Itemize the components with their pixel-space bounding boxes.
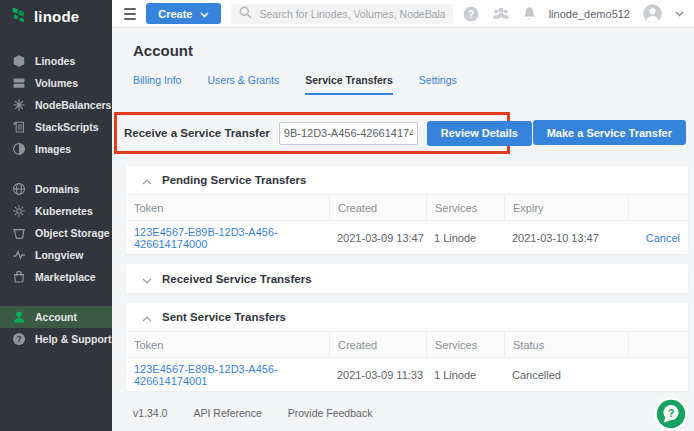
search-box[interactable] <box>231 4 452 24</box>
sidebar-item-kubernetes[interactable]: Kubernetes <box>0 200 112 222</box>
bag-icon <box>12 270 26 284</box>
tab-settings[interactable]: Settings <box>419 74 457 95</box>
review-details-button[interactable]: Review Details <box>427 121 532 146</box>
transfer-token-link[interactable]: 123E4567-E89B-12D3-A456-426614174000 <box>134 226 278 250</box>
help-circle-icon[interactable]: ? <box>463 6 479 22</box>
tab-users-grants[interactable]: Users & Grants <box>207 74 279 95</box>
sidebar-item-marketplace[interactable]: Marketplace <box>0 266 112 288</box>
chevron-up-icon <box>142 171 152 189</box>
services-cell: 1 Linode <box>426 369 504 381</box>
chevron-down-icon <box>200 8 209 20</box>
search-icon <box>239 5 252 23</box>
section-title: Sent Service Transfers <box>162 311 286 323</box>
cube-icon <box>12 54 26 68</box>
svg-text:?: ? <box>668 407 675 419</box>
created-cell: 2021-03-09 13:47 <box>329 232 426 244</box>
sidebar-item-stackscripts[interactable]: StackScripts <box>0 116 112 138</box>
volumes-icon <box>12 76 26 90</box>
tab-billing-info[interactable]: Billing Info <box>133 74 181 95</box>
section-title: Received Service Transfers <box>162 273 312 285</box>
transfer-token-link[interactable]: 123E4567-E89B-12D3-A456-426614174001 <box>134 363 278 387</box>
linode-logo[interactable]: linode <box>0 0 112 32</box>
images-icon <box>12 142 26 156</box>
receive-transfer-highlight-box: Receive a Service Transfer Review Detail… <box>114 112 510 154</box>
help-icon: ? <box>12 332 26 346</box>
bell-icon[interactable] <box>523 6 536 21</box>
api-reference-link[interactable]: API Reference <box>193 407 261 419</box>
sidebar-nav: Linodes Volumes NodeBalancers StackScrip… <box>0 50 112 350</box>
receive-transfer-label: Receive a Service Transfer <box>124 127 270 139</box>
community-icon[interactable] <box>492 7 510 20</box>
table-row: 123E4567-E89B-12D3-A456-426614174001 202… <box>126 358 688 391</box>
column-header-services: Services <box>426 332 504 358</box>
sidebar-item-label: Images <box>35 143 71 155</box>
person-icon <box>12 310 26 324</box>
column-header-services: Services <box>426 195 504 221</box>
username[interactable]: linode_demo512 <box>549 8 630 20</box>
bucket-icon <box>12 226 26 240</box>
sidebar-item-label: Volumes <box>35 77 78 89</box>
column-header-status: Status <box>504 332 628 358</box>
menu-icon[interactable] <box>124 8 136 20</box>
pending-transfers-header[interactable]: Pending Service Transfers <box>126 166 688 195</box>
sidebar-item-label: Object Storage <box>35 227 110 239</box>
pulse-icon <box>12 248 26 262</box>
sidebar-item-label: Domains <box>35 183 79 195</box>
footer: v1.34.0 API Reference Provide Feedback <box>133 407 688 419</box>
column-header-token: Token <box>134 195 329 221</box>
create-button[interactable]: Create <box>146 3 221 24</box>
svg-text:?: ? <box>16 334 21 344</box>
page-title: Account <box>133 42 688 59</box>
sidebar-item-volumes[interactable]: Volumes <box>0 72 112 94</box>
sidebar-item-help-support[interactable]: ? Help & Support <box>0 328 112 350</box>
pending-table-header: Token Created Services Expiry <box>126 195 688 221</box>
create-button-label: Create <box>158 8 192 20</box>
sidebar: linode Linodes Volumes NodeBalancers Sta… <box>0 0 112 431</box>
sidebar-item-images[interactable]: Images <box>0 138 112 160</box>
chevron-down-icon[interactable] <box>675 11 684 17</box>
sent-transfers-panel: Sent Service Transfers Token Created Ser… <box>126 303 688 391</box>
topbar: Create ? linode_demo512 <box>112 0 694 28</box>
column-header-created: Created <box>329 195 426 221</box>
chevron-down-icon <box>142 270 152 288</box>
avatar[interactable] <box>643 4 662 23</box>
nodebalancer-icon <box>12 98 26 112</box>
kubernetes-icon <box>12 204 26 218</box>
stackscripts-icon <box>12 120 26 134</box>
column-header-created: Created <box>329 332 426 358</box>
created-cell: 2021-03-09 11:33 <box>329 369 426 381</box>
account-page: Account Billing Info Users & Grants Serv… <box>112 28 694 431</box>
sidebar-item-label: Help & Support <box>35 333 111 345</box>
sidebar-item-label: StackScripts <box>35 121 99 133</box>
sidebar-item-label: Longview <box>35 249 83 261</box>
sidebar-item-linodes[interactable]: Linodes <box>0 50 112 72</box>
section-title: Pending Service Transfers <box>162 174 306 186</box>
status-cell: Cancelled <box>504 369 628 381</box>
sidebar-item-account[interactable]: Account <box>0 306 112 328</box>
help-chat-button[interactable]: ? <box>654 397 688 431</box>
brand-name: linode <box>34 8 79 25</box>
app-version: v1.34.0 <box>133 407 167 419</box>
sidebar-item-object-storage[interactable]: Object Storage <box>0 222 112 244</box>
sidebar-item-label: Linodes <box>35 55 75 67</box>
table-row: 123E4567-E89B-12D3-A456-426614174000 202… <box>126 221 688 254</box>
sent-table-header: Token Created Services Status <box>126 332 688 358</box>
sidebar-item-longview[interactable]: Longview <box>0 244 112 266</box>
column-header-token: Token <box>134 332 329 358</box>
chevron-up-icon <box>142 308 152 326</box>
sidebar-item-label: Marketplace <box>35 271 96 283</box>
transfer-token-input[interactable] <box>279 122 418 145</box>
search-input[interactable] <box>259 8 444 20</box>
svg-text:?: ? <box>468 8 474 19</box>
received-transfers-header[interactable]: Received Service Transfers <box>126 264 688 293</box>
provide-feedback-link[interactable]: Provide Feedback <box>288 407 373 419</box>
make-service-transfer-button[interactable]: Make a Service Transfer <box>533 120 686 145</box>
tab-service-transfers[interactable]: Service Transfers <box>305 74 393 95</box>
sidebar-item-nodebalancers[interactable]: NodeBalancers <box>0 94 112 116</box>
column-header-actions <box>628 195 680 221</box>
column-header-actions <box>628 332 680 358</box>
sidebar-item-domains[interactable]: Domains <box>0 178 112 200</box>
cancel-link[interactable]: Cancel <box>646 232 680 244</box>
sent-transfers-header[interactable]: Sent Service Transfers <box>126 303 688 332</box>
linode-logo-icon <box>11 6 28 27</box>
